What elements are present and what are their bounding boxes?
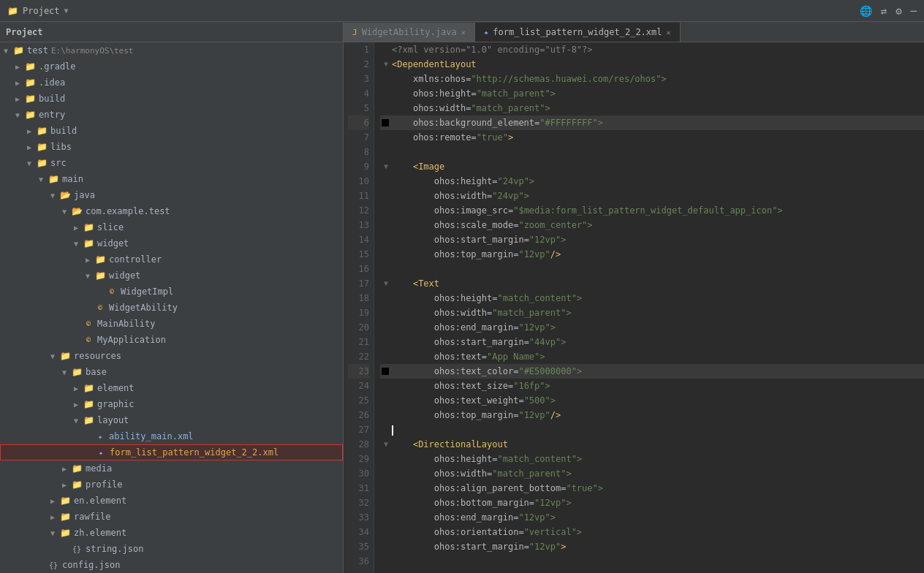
tree-expand-icon[interactable]: ▼ bbox=[0, 47, 12, 55]
tree-collapse-icon[interactable]: ▶ bbox=[23, 127, 35, 135]
tree-item-element[interactable]: ▶ 📁 element bbox=[0, 380, 343, 396]
tab-widgetability[interactable]: J WidgetAbility.java ✕ bbox=[344, 23, 475, 42]
fold-triangle[interactable]: ▼ bbox=[384, 440, 388, 448]
tree-expand-icon[interactable]: ▼ bbox=[23, 159, 35, 167]
globe-icon[interactable]: 🌐 bbox=[860, 5, 872, 17]
tree-item-idea[interactable]: ▶ 📁 .idea bbox=[0, 75, 343, 91]
tree-item-gradle[interactable]: ▶ 📁 .gradle bbox=[0, 58, 343, 75]
tree-item-com[interactable]: ▼ 📂 com.example.test bbox=[0, 203, 343, 219]
tree-collapse-icon[interactable]: ▶ bbox=[47, 497, 58, 505]
fold-button-28[interactable]: ▼ bbox=[380, 437, 392, 452]
tree-item-string_json[interactable]: {} string.json bbox=[0, 541, 343, 557]
tree-expand-icon[interactable]: ▼ bbox=[82, 272, 94, 280]
tab-close-form-list[interactable]: ✕ bbox=[667, 29, 671, 37]
tree-collapse-icon[interactable]: ▶ bbox=[70, 224, 82, 232]
tree-item-test[interactable]: ▼ 📁 test E:\harmonyOS\test bbox=[0, 42, 343, 58]
tree-item-build-root[interactable]: ▶ 📁 build bbox=[0, 91, 343, 107]
tree-item-controller[interactable]: ▶ 📁 controller bbox=[0, 251, 343, 267]
java-file-icon: J bbox=[352, 28, 357, 37]
tree-item-base[interactable]: ▼ 📁 base bbox=[0, 364, 343, 380]
folder-icon: 📁 bbox=[35, 142, 48, 152]
tree-expand-icon[interactable]: ▼ bbox=[70, 417, 82, 425]
tree-item-main[interactable]: ▼ 📁 main bbox=[0, 171, 343, 187]
tree-item-en_element[interactable]: ▶ 📁 en.element bbox=[0, 493, 343, 509]
tree-collapse-icon[interactable]: ▶ bbox=[23, 143, 35, 151]
folder-icon: 📁 bbox=[12, 45, 25, 56]
tree-item-form_list_xml[interactable]: ✦ form_list_pattern_widget_2_2.xml bbox=[0, 444, 343, 460]
code-line-16 bbox=[380, 262, 924, 276]
tree-collapse-icon[interactable]: ▶ bbox=[12, 63, 23, 71]
tree-item-media[interactable]: ▶ 📁 media bbox=[0, 460, 343, 477]
tree-item-zh_element[interactable]: ▼ 📁 zh.element bbox=[0, 525, 343, 541]
folder-icon: 📁 bbox=[82, 238, 95, 248]
tree-item-src[interactable]: ▼ 📁 src bbox=[0, 155, 343, 171]
tree-expand-icon[interactable]: ▼ bbox=[47, 191, 58, 200]
tree-item-resources[interactable]: ▼ 📁 resources bbox=[0, 348, 343, 364]
tree-expand-icon[interactable]: ▼ bbox=[58, 208, 70, 216]
line-number-27: 27 bbox=[348, 422, 369, 437]
split-icon[interactable]: ⇄ bbox=[881, 5, 887, 17]
editor[interactable]: 1234567891011121314151617181920212223242… bbox=[344, 42, 924, 573]
tree-collapse-icon[interactable]: ▶ bbox=[58, 481, 70, 489]
fold-triangle[interactable]: ▼ bbox=[384, 60, 388, 68]
tree-item-widget[interactable]: ▼ 📁 widget bbox=[0, 235, 343, 251]
tree-item-libs[interactable]: ▶ 📁 libs bbox=[0, 139, 343, 155]
line-number-26: 26 bbox=[348, 408, 369, 422]
tree-collapse-icon[interactable]: ▶ bbox=[70, 401, 82, 409]
tree-item-layout[interactable]: ▼ 📁 layout bbox=[0, 412, 343, 428]
tree-item-java[interactable]: ▼ 📂 java bbox=[0, 187, 343, 203]
folder-icon: 📁 bbox=[82, 399, 95, 409]
tree-item-widgetability[interactable]: © WidgetAbility bbox=[0, 300, 343, 316]
dropdown-arrow-icon[interactable]: ▼ bbox=[64, 7, 69, 15]
gear-icon[interactable]: ⚙ bbox=[895, 5, 901, 17]
line-number-13: 13 bbox=[348, 218, 369, 232]
tree-collapse-icon[interactable]: ▶ bbox=[58, 465, 70, 473]
tree-item-entry-build[interactable]: ▶ 📁 build bbox=[0, 123, 343, 139]
tree-item-widgetimpl[interactable]: © WidgetImpl bbox=[0, 284, 343, 300]
tree-item-widget-sub[interactable]: ▼ 📁 widget bbox=[0, 267, 343, 284]
code-text-18: ohos:height="match_content"> bbox=[392, 291, 924, 306]
fold-button-24 bbox=[380, 379, 392, 393]
tree-expand-icon[interactable]: ▼ bbox=[12, 111, 23, 119]
folder-icon: 📁 bbox=[58, 496, 72, 506]
code-area[interactable]: <?xml version="1.0" encoding="utf-8"?>▼<… bbox=[374, 42, 924, 573]
tree-item-label: slice bbox=[97, 222, 124, 232]
tree-item-myapp[interactable]: © MyApplication bbox=[0, 332, 343, 348]
tree-expand-icon[interactable]: ▼ bbox=[47, 352, 58, 360]
tree-collapse-icon[interactable]: ▶ bbox=[12, 79, 23, 87]
fold-triangle[interactable]: ▼ bbox=[384, 279, 388, 287]
code-line-19: ohos:width="match_parent"> bbox=[380, 306, 924, 320]
tree-collapse-icon[interactable]: ▶ bbox=[12, 95, 23, 103]
fold-button-4 bbox=[380, 86, 392, 101]
tree-item-ability_main[interactable]: ✦ ability_main.xml bbox=[0, 428, 343, 444]
code-line-31: ohos:align_parent_bottom="true"> bbox=[380, 481, 924, 496]
tree-expand-icon[interactable]: ▼ bbox=[47, 529, 58, 537]
tree-expand-icon[interactable]: ▼ bbox=[35, 175, 47, 183]
tree-collapse-icon[interactable]: ▶ bbox=[47, 513, 58, 521]
tree-item-entry[interactable]: ▼ 📁 entry bbox=[0, 107, 343, 123]
fold-triangle[interactable]: ▼ bbox=[384, 162, 388, 170]
tree-item-rawfile[interactable]: ▶ 📁 rawfile bbox=[0, 509, 343, 525]
tree-item-label: config.json bbox=[62, 560, 120, 570]
line-number-4: 4 bbox=[348, 86, 369, 101]
fold-button-2[interactable]: ▼ bbox=[380, 57, 392, 72]
tree-item-mainability[interactable]: © MainAbility bbox=[0, 316, 343, 332]
line-number-21: 21 bbox=[348, 335, 369, 349]
line-number-28: 28 bbox=[348, 437, 369, 452]
fold-button-1 bbox=[380, 42, 392, 57]
folder-icon: 📁 bbox=[70, 367, 83, 377]
tab-close-widgetability[interactable]: ✕ bbox=[461, 29, 466, 37]
fold-button-9[interactable]: ▼ bbox=[380, 159, 392, 174]
tree-item-graphic[interactable]: ▶ 📁 graphic bbox=[0, 396, 343, 412]
tree-expand-icon[interactable]: ▼ bbox=[58, 368, 70, 376]
minimize-icon[interactable]: ─ bbox=[911, 5, 917, 17]
tree-item-profile[interactable]: ▶ 📁 profile bbox=[0, 477, 343, 493]
tree-collapse-icon[interactable]: ▶ bbox=[82, 256, 94, 264]
tree-item-slice[interactable]: ▶ 📁 slice bbox=[0, 219, 343, 235]
tree-expand-icon[interactable]: ▼ bbox=[70, 240, 82, 248]
tab-form-list[interactable]: ✦ form_list_pattern_widget_2_2.xml ✕ bbox=[475, 23, 681, 42]
tree-collapse-icon[interactable]: ▶ bbox=[70, 384, 82, 392]
line-number-7: 7 bbox=[348, 130, 369, 145]
tree-item-config_json[interactable]: {} config.json bbox=[0, 557, 343, 573]
fold-button-17[interactable]: ▼ bbox=[380, 276, 392, 291]
